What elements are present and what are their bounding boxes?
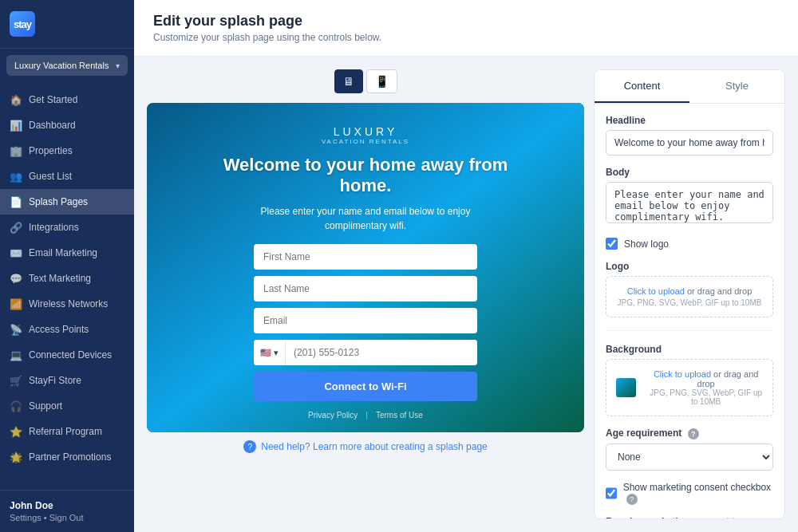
logo-upload-link[interactable]: Click to upload <box>627 286 685 296</box>
right-panel: Content Style Headline Body Please enter… <box>594 69 785 519</box>
bg-upload-row: Click to upload or drag and drop JPG, PN… <box>616 369 763 406</box>
panel-body: Headline Body Please enter your name and… <box>595 104 784 519</box>
age-requirement-select[interactable]: None 18+ 21+ <box>606 443 773 471</box>
show-logo-row: Show logo <box>606 238 773 250</box>
sidebar-item-label: Text Marketing <box>29 273 91 284</box>
text-marketing-icon: 💬 <box>10 272 22 285</box>
phone-input[interactable] <box>286 340 477 365</box>
tab-content[interactable]: Content <box>595 70 689 103</box>
show-marketing-label: Show marketing consent checkbox ? <box>623 482 773 505</box>
flag-icon: 🇺🇸 <box>260 348 271 357</box>
privacy-policy-link[interactable]: Privacy Policy <box>308 411 358 420</box>
preview-logo-area: LUXURY VACATION RENTALS <box>322 125 409 145</box>
sidebar-item-properties[interactable]: 🏢 Properties <box>0 138 134 164</box>
show-marketing-row: Show marketing consent checkbox ? <box>606 482 773 505</box>
org-selector[interactable]: Luxury Vacation Rentals ▾ <box>6 55 128 76</box>
org-name: Luxury Vacation Rentals <box>14 61 109 70</box>
sidebar-item-splash-pages[interactable]: 📄 Splash Pages <box>0 189 134 215</box>
background-label: Background <box>606 344 773 355</box>
access-points-icon: 📡 <box>10 323 22 336</box>
support-icon: 🎧 <box>10 400 22 412</box>
age-req-label: Age requirement ? <box>606 428 773 439</box>
require-marketing-field: Require marketing consent to connect to … <box>606 516 773 519</box>
headline-input[interactable] <box>606 130 773 156</box>
top-bar: Edit your splash page Customize your spl… <box>134 0 798 57</box>
body-textarea[interactable]: Please enter your name and email below t… <box>606 182 773 223</box>
connected-devices-icon: 💻 <box>10 349 22 361</box>
sidebar-item-label: Access Points <box>29 324 89 335</box>
sidebar-item-label: Partner Promotions <box>29 451 111 463</box>
show-marketing-checkbox[interactable] <box>606 487 617 499</box>
sidebar-item-get-started[interactable]: 🏠 Get Started <box>0 87 134 112</box>
desktop-toggle-button[interactable]: 🖥 <box>334 69 363 93</box>
settings-link[interactable]: Settings <box>10 513 41 522</box>
help-banner[interactable]: ? Need help? Learn more about creating a… <box>147 440 584 453</box>
footer-separator: | <box>365 411 368 420</box>
logo-upload-text: Click to upload or drag and drop <box>616 286 763 296</box>
bg-upload-text: Click to upload or drag and drop <box>649 369 763 388</box>
signout-link[interactable]: Sign Out <box>49 513 84 522</box>
sidebar-item-label: Guest List <box>29 171 72 182</box>
sidebar-footer: John Doe Settings • Sign Out <box>0 490 134 532</box>
main-content: Edit your splash page Customize your spl… <box>134 0 798 532</box>
show-logo-label: Show logo <box>624 238 669 250</box>
panel-tabs: Content Style <box>595 70 784 104</box>
user-name: John Doe <box>10 500 124 511</box>
phone-row: 🇺🇸 ▾ <box>254 340 477 365</box>
terms-of-use-link[interactable]: Terms of Use <box>376 411 423 420</box>
sidebar-item-label: Connected Devices <box>29 349 112 361</box>
logo-icon: stay <box>10 11 35 37</box>
sidebar-item-support[interactable]: 🎧 Support <box>0 393 134 419</box>
integrations-icon: 🔗 <box>10 221 22 234</box>
preview-pane: 🖥 📱 LUXURY VACATION RENTALS Welcome to y… <box>147 69 584 519</box>
preview-body: Please enter your name and email below t… <box>254 204 477 233</box>
require-marketing-label: Require marketing consent to connect to … <box>606 516 773 519</box>
sidebar-item-referral-program[interactable]: ⭐ Referral Program <box>0 419 134 444</box>
bg-upload-box[interactable]: Click to upload or drag and drop JPG, PN… <box>606 359 773 416</box>
partner-promotions-icon: 🌟 <box>10 451 22 463</box>
mobile-toggle-button[interactable]: 📱 <box>366 69 397 93</box>
preview-footer-links: Privacy Policy | Terms of Use <box>308 411 423 420</box>
sidebar-item-label: Properties <box>29 145 73 156</box>
last-name-input[interactable] <box>254 276 477 301</box>
properties-icon: 🏢 <box>10 144 22 157</box>
sidebar-item-connected-devices[interactable]: 💻 Connected Devices <box>0 342 134 368</box>
help-icon: ? <box>243 440 256 453</box>
preview-form: 🇺🇸 ▾ Connect to Wi-Fi <box>254 244 477 401</box>
bg-upload-hint: JPG, PNG, SVG, WebP, GIF up to 10MB <box>649 388 763 406</box>
connect-button[interactable]: Connect to Wi-Fi <box>254 372 477 401</box>
show-logo-checkbox[interactable] <box>606 238 618 250</box>
sidebar-item-guest-list[interactable]: 👥 Guest List <box>0 164 134 189</box>
sidebar-item-label: Dashboard <box>29 120 76 131</box>
sidebar-item-label: Email Marketing <box>29 247 97 258</box>
sidebar-logo: stay <box>0 0 134 49</box>
first-name-input[interactable] <box>254 244 477 270</box>
separator: • <box>44 513 49 522</box>
sidebar-item-label: Support <box>29 400 62 412</box>
sidebar-item-access-points[interactable]: 📡 Access Points <box>0 317 134 342</box>
sidebar-item-partner-promotions[interactable]: 🌟 Partner Promotions <box>0 444 134 470</box>
desktop-icon: 🖥 <box>343 75 354 88</box>
mobile-icon: 📱 <box>375 75 389 88</box>
logo-upload-box[interactable]: Click to upload or drag and drop JPG, PN… <box>606 276 773 317</box>
sidebar-item-label: StayFi Store <box>29 375 81 386</box>
tab-style[interactable]: Style <box>689 70 784 103</box>
sidebar-item-text-marketing[interactable]: 💬 Text Marketing <box>0 266 134 291</box>
email-input[interactable] <box>254 308 477 333</box>
sidebar-item-email-marketing[interactable]: ✉️ Email Marketing <box>0 240 134 266</box>
show-marketing-info-icon[interactable]: ? <box>626 494 638 505</box>
age-req-info-icon[interactable]: ? <box>688 428 699 439</box>
sidebar-item-integrations[interactable]: 🔗 Integrations <box>0 215 134 240</box>
content-area: 🖥 📱 LUXURY VACATION RENTALS Welcome to y… <box>134 57 798 532</box>
bg-thumbnail <box>616 378 636 397</box>
logo-upload-hint: JPG, PNG, SVG, WebP, GIF up to 10MB <box>616 298 763 307</box>
flag-selector[interactable]: 🇺🇸 ▾ <box>254 341 286 365</box>
sidebar-item-wireless-networks[interactable]: 📶 Wireless Networks <box>0 291 134 317</box>
background-field: Background Click to upload or drag and d… <box>606 344 773 416</box>
sidebar-item-stayfi-store[interactable]: 🛒 StayFi Store <box>0 368 134 393</box>
bg-upload-link[interactable]: Click to upload <box>654 369 711 379</box>
sidebar-item-label: Wireless Networks <box>29 298 108 309</box>
sidebar-item-dashboard[interactable]: 📊 Dashboard <box>0 112 134 138</box>
bg-upload-text-area: Click to upload or drag and drop JPG, PN… <box>649 369 763 406</box>
preview-logo-sub: VACATION RENTALS <box>322 138 409 145</box>
